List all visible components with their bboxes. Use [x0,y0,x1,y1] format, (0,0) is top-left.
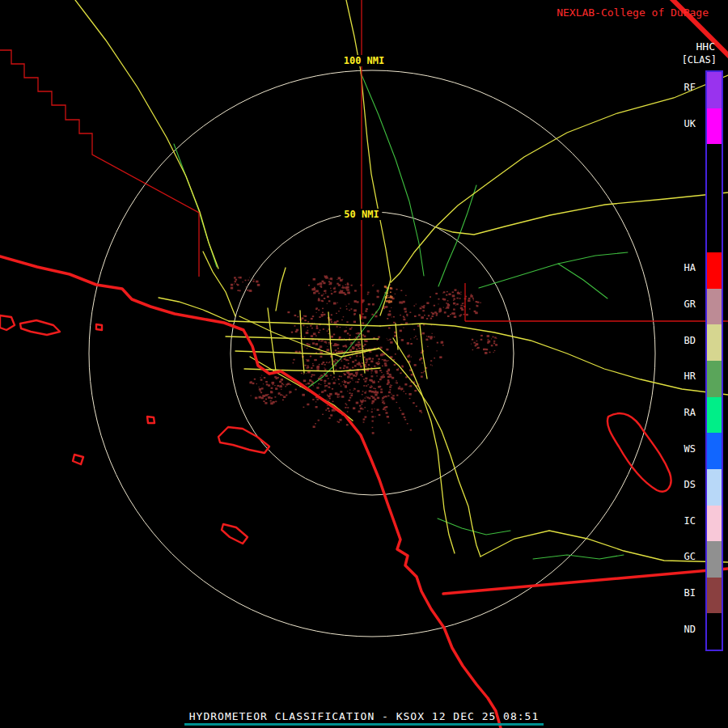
legend-label-DS: DS [684,479,696,490]
attribution: NEXLAB-College of DuPage [557,6,709,19]
legend-label-IC: IC [684,515,696,527]
legend-segment-gap [707,180,722,217]
legend-segment-gap [707,217,722,253]
island-left-edge [0,315,15,330]
range-ring-100nmi [89,70,655,637]
island-dot [96,324,102,330]
legend-segment-gap [707,144,722,180]
island-santa-barbara [147,417,154,423]
legend-label-GR: GR [684,298,696,310]
rivers [174,73,628,559]
legend-label-HR: HR [684,370,696,382]
legend-color-bar [705,70,723,651]
legend-segment-WS [707,433,722,469]
legend-segment-ND [707,613,722,650]
island-san-clemente [222,524,248,544]
legend-label-BD: BD [684,335,696,346]
range-rings [89,70,655,637]
legend-segment-UK [707,108,722,145]
legend-segment-BD [707,324,722,361]
range-ring-label-100nmi: 100 NMI [341,55,388,66]
island-catalina [218,427,269,453]
legend-segment-BI [707,578,722,614]
legend-labels: RFUKHAGRBDHRRAWSDSICGCBIND [662,70,700,648]
product-code: HHC [696,40,715,53]
legend-segment-IC [707,506,722,542]
legend-segment-GR [707,289,722,325]
radar-map [0,0,728,728]
highways [75,0,728,562]
county-borders [0,0,728,321]
radar-echoes [231,276,497,434]
legend-label-RF: RF [684,82,696,93]
footer-underline [184,723,544,726]
range-ring-label-50nmi: 50 NMI [341,209,382,220]
legend-segment-HA [707,252,722,289]
island-small-west [73,455,83,464]
legend-label-ND: ND [684,624,696,635]
legend-segment-RF [707,72,722,108]
legend-segment-DS [707,469,722,506]
radar-display: NEXLAB-College of DuPage HHC [CLAS] 100 … [0,0,728,728]
legend-segment-GC [707,541,722,578]
legend-label-BI: BI [684,587,696,599]
legend-label-WS: WS [684,443,696,455]
legend-label-HA: HA [684,262,696,273]
legend-segment-HR [707,361,722,397]
island-anacapa [20,320,60,335]
product-title: HYDROMETEOR CLASSIFICATION - KSOX 12 DEC… [189,710,540,722]
legend-label-UK: UK [684,118,696,129]
legend-label-RA: RA [684,407,696,418]
product-tag: [CLAS] [682,54,717,66]
legend-segment-RA [707,397,722,434]
legend-label-GC: GC [684,551,696,562]
